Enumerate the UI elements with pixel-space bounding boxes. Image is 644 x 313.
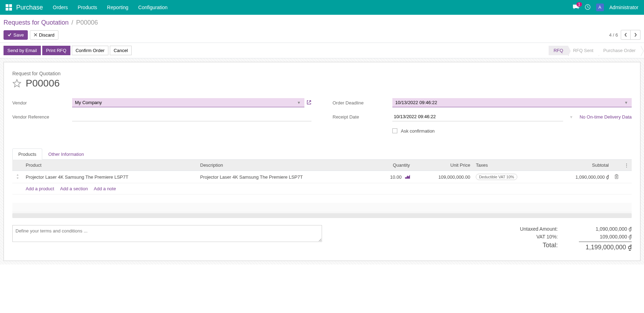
priority-star-icon[interactable] [12, 79, 21, 88]
total-label: Total: [543, 242, 558, 251]
status-steps: RFQ RFQ Sent Purchase Order [549, 46, 640, 55]
delivery-data-link[interactable]: No On-time Delivery Data [580, 114, 632, 120]
cell-description[interactable]: Projector Laser 4K Samsung The Premiere … [197, 171, 372, 183]
products-table: Product Description Quantity Unit Price … [12, 160, 632, 212]
untaxed-label: Untaxed Amount: [520, 226, 558, 232]
menu-orders[interactable]: Orders [53, 5, 68, 10]
footer: Untaxed Amount: 1,090,000,000 ₫ VAT 10%:… [12, 225, 632, 252]
pager-next-button[interactable] [631, 30, 640, 40]
svg-rect-0 [6, 4, 8, 7]
vendor-field[interactable]: ▾ [72, 98, 304, 107]
form-fields: Vendor ▾ Vendor Reference [12, 97, 632, 140]
cell-product[interactable]: Projector Laser 4K Samsung The Premiere … [23, 171, 197, 183]
breadcrumb: Requests for Quotation / P00006 [4, 19, 640, 26]
deadline-dropdown-icon[interactable]: ▾ [624, 100, 629, 105]
cell-subtotal: 1,090,000,000 ₫ [549, 171, 612, 183]
apps-icon[interactable] [6, 4, 12, 11]
menu-configuration[interactable]: Configuration [138, 5, 168, 10]
pager-prev-button[interactable] [621, 30, 631, 40]
print-rfq-button[interactable]: Print RFQ [42, 46, 70, 55]
status-rfq-sent[interactable]: RFQ Sent [568, 46, 598, 55]
add-note-link[interactable]: Add a note [94, 186, 116, 191]
discard-button[interactable]: Discard [30, 30, 58, 40]
navbar-menu: Orders Products Reporting Configuration [53, 5, 168, 10]
tabs: Products Other Information [12, 148, 632, 160]
pager-text[interactable]: 4 / 6 [609, 32, 618, 38]
table-scrollbar[interactable] [12, 213, 632, 218]
svg-rect-2 [6, 8, 8, 11]
ask-confirmation-checkbox[interactable] [392, 128, 397, 133]
empty-rows [12, 194, 632, 212]
deadline-input[interactable] [395, 100, 624, 105]
receipt-input[interactable] [392, 112, 563, 121]
breadcrumb-current: P00006 [76, 19, 98, 26]
vat-label: VAT 10%: [536, 234, 558, 239]
ask-confirmation-label: Ask confirmation [401, 128, 435, 134]
add-section-link[interactable]: Add a section [60, 186, 88, 191]
untaxed-value: 1,090,000,000 ₫ [579, 226, 632, 232]
top-navbar: Purchase Orders Products Reporting Confi… [0, 0, 644, 15]
save-button[interactable]: Save [4, 30, 28, 40]
svg-rect-3 [9, 8, 12, 11]
breadcrumb-separator: / [71, 19, 73, 26]
terms-textarea[interactable] [12, 225, 322, 242]
col-taxes: Taxes [473, 160, 549, 171]
user-avatar[interactable]: A [596, 4, 604, 11]
col-product: Product [23, 160, 197, 171]
cell-unit-price[interactable]: 109,000,000.00 [413, 171, 473, 183]
tab-products[interactable]: Products [12, 148, 42, 160]
action-buttons: Send by Email Print RFQ Confirm Order Ca… [4, 46, 132, 55]
sheet-title-label: Request for Quotation [12, 71, 632, 76]
tab-other-info[interactable]: Other Information [42, 148, 90, 160]
user-name[interactable]: Administrator [610, 5, 638, 10]
col-description: Description [197, 160, 372, 171]
navbar-right: 1 A Administrator [573, 4, 638, 11]
receipt-label: Receipt Date [333, 114, 392, 120]
chat-badge: 1 [576, 2, 582, 7]
deadline-field[interactable]: ▾ [392, 98, 632, 107]
form-sheet: Request for Quotation P00006 Vendor ▾ [4, 62, 640, 261]
tax-badge: Deductible VAT 10% [476, 174, 517, 180]
app-brand[interactable]: Purchase [16, 4, 43, 11]
discard-label: Discard [39, 32, 55, 38]
totals: Untaxed Amount: 1,090,000,000 ₫ VAT 10%:… [520, 225, 632, 252]
pager: 4 / 6 [609, 30, 640, 40]
col-quantity: Quantity [372, 160, 413, 171]
send-email-button[interactable]: Send by Email [4, 46, 41, 55]
columns-menu-icon[interactable]: ⋮ [621, 160, 632, 171]
col-unit-price: Unit Price [413, 160, 473, 171]
deadline-label: Order Deadline [333, 100, 392, 106]
cancel-button[interactable]: Cancel [110, 46, 132, 55]
activity-icon[interactable] [585, 4, 591, 11]
vendor-dropdown-icon[interactable]: ▾ [296, 100, 302, 105]
status-purchase-order[interactable]: Purchase Order [598, 46, 640, 55]
add-product-link[interactable]: Add a product [26, 186, 54, 191]
col-subtotal: Subtotal [549, 160, 612, 171]
edit-buttons: Save Discard [4, 30, 58, 40]
vendor-label: Vendor [12, 100, 72, 106]
confirm-order-button[interactable]: Confirm Order [72, 46, 108, 55]
vat-value: 109,000,000 ₫ [579, 234, 632, 239]
vendor-input[interactable] [75, 100, 296, 105]
cell-taxes[interactable]: Deductible VAT 10% [473, 171, 549, 183]
save-label: Save [13, 32, 24, 38]
svg-rect-1 [9, 4, 12, 7]
record-title: P00006 [26, 78, 60, 89]
delete-row-icon[interactable] [612, 171, 621, 183]
receipt-dropdown-icon[interactable]: ▾ [569, 114, 574, 120]
sheet-background: Request for Quotation P00006 Vendor ▾ [0, 58, 644, 264]
vendor-ref-input[interactable] [72, 112, 311, 121]
chat-icon[interactable]: 1 [573, 4, 579, 11]
control-panel: Requests for Quotation / P00006 Save Dis… [0, 15, 644, 43]
drag-handle-icon[interactable] [12, 171, 23, 183]
cell-quantity[interactable]: 10.00 [372, 171, 413, 183]
breadcrumb-parent[interactable]: Requests for Quotation [4, 19, 69, 26]
menu-reporting[interactable]: Reporting [107, 5, 128, 10]
status-rfq[interactable]: RFQ [549, 46, 568, 55]
vendor-external-link-icon[interactable] [307, 100, 311, 106]
table-row[interactable]: Projector Laser 4K Samsung The Premiere … [12, 171, 632, 183]
vendor-ref-label: Vendor Reference [12, 114, 72, 120]
forecast-icon[interactable] [405, 174, 410, 180]
total-value: 1,199,000,000 ₫ [579, 242, 632, 251]
menu-products[interactable]: Products [78, 5, 97, 10]
